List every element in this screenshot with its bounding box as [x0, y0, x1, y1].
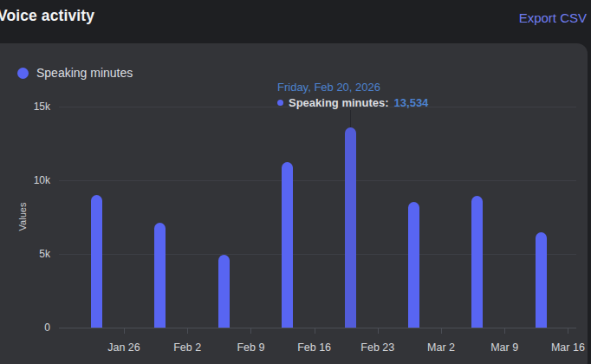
x-axis-line	[59, 328, 576, 328]
bar[interactable]	[218, 255, 230, 328]
bar[interactable]	[154, 223, 166, 328]
x-axis-tick	[187, 328, 188, 334]
x-axis-tick	[378, 328, 379, 334]
bar[interactable]	[91, 195, 102, 328]
x-axis-tick	[441, 328, 442, 334]
x-axis-tick	[250, 328, 251, 334]
x-axis-tick	[504, 328, 505, 334]
tooltip-date: Friday, Feb 20, 2026	[277, 80, 428, 94]
bar[interactable]	[536, 232, 547, 328]
y-axis-label: 10k	[16, 175, 50, 185]
tooltip-bullet-icon	[277, 100, 283, 106]
chart-tooltip: Friday, Feb 20, 2026 Speaking minutes: 1…	[277, 80, 428, 110]
gridline	[59, 254, 576, 255]
x-axis-label: Mar 2	[411, 342, 471, 354]
x-axis-label: Mar 9	[474, 342, 535, 354]
x-axis-tick	[124, 328, 125, 334]
x-axis-label: Feb 2	[157, 342, 218, 354]
y-axis-title: Values	[17, 191, 28, 243]
x-axis-label: Feb 16	[284, 342, 345, 354]
y-axis-label: 0	[16, 322, 50, 333]
x-axis-tick	[568, 328, 568, 334]
tooltip-series-label: Speaking minutes:	[289, 95, 389, 110]
bar-chart: 05k10k15kJan 26Feb 2Feb 9Feb 16Feb 23Mar…	[0, 0, 591, 364]
x-axis-label: Feb 9	[220, 342, 281, 354]
y-axis-label: 15k	[16, 101, 50, 112]
x-axis-tick	[315, 328, 315, 334]
x-axis-label: Jan 26	[94, 342, 154, 354]
bar[interactable]	[282, 162, 293, 328]
bar[interactable]	[345, 127, 356, 328]
bar[interactable]	[471, 196, 483, 328]
x-axis-label: Mar 16	[537, 342, 591, 354]
tooltip-value: 13,534	[394, 95, 429, 110]
bar[interactable]	[408, 202, 419, 328]
crosshair-line	[350, 110, 351, 127]
x-axis-label: Feb 23	[347, 342, 408, 354]
y-axis-label: 5k	[16, 249, 50, 259]
gridline	[59, 180, 576, 181]
